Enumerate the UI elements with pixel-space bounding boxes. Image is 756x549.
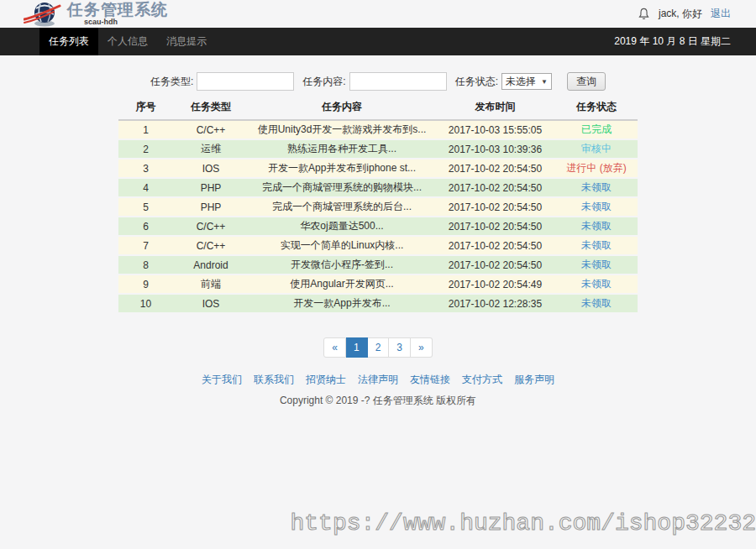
cell-content: 熟练运用各种开发工具...	[249, 140, 435, 159]
footer-link-legal[interactable]: 法律声明	[358, 373, 398, 387]
cell-content: 开发微信小程序-签到...	[249, 256, 435, 275]
table-row[interactable]: 3 IOS 开发一款App并发布到iphone st... 2017-10-02…	[118, 159, 638, 179]
cell-content: 开发一款App并发布到iphone st...	[249, 159, 435, 179]
footer: 关于我们 联系我们 招贤纳士 法律声明 友情链接 支付方式 服务声明 Copyr…	[0, 373, 756, 408]
cell-status: 审核中	[555, 140, 638, 159]
cell-time: 2017-10-02 20:54:50	[435, 237, 555, 256]
cell-time: 2017-10-03 15:55:05	[435, 121, 555, 140]
task-content-input[interactable]	[349, 72, 447, 91]
cell-content: 使用Unity3d开发一款游戏并发布到s...	[249, 121, 435, 140]
cell-status: 未领取	[555, 295, 638, 314]
copyright: Copyright © 2019 -? 任务管理系统 版权所有	[0, 394, 756, 408]
cell-type: IOS	[173, 159, 249, 179]
col-header-status: 任务状态	[555, 97, 638, 121]
user-area: jack, 你好 退出	[638, 7, 731, 21]
cell-type: IOS	[173, 295, 249, 314]
cell-status: 进行中 (放弃)	[555, 159, 638, 179]
table-row[interactable]: 2 运维 熟练运用各种开发工具... 2017-10-03 10:39:36 审…	[118, 140, 638, 159]
cell-status: 未领取	[555, 275, 638, 295]
cell-time: 2017-10-02 20:54:50	[435, 179, 555, 198]
cell-time: 2017-10-03 10:39:36	[435, 140, 555, 159]
cell-index: 6	[118, 217, 173, 237]
table-row[interactable]: 1 C/C++ 使用Unity3d开发一款游戏并发布到s... 2017-10-…	[118, 121, 638, 140]
cell-type: 运维	[173, 140, 249, 159]
page-3[interactable]: 3	[389, 337, 411, 358]
col-header-type: 任务类型	[173, 97, 249, 121]
page-1[interactable]: 1	[346, 337, 368, 358]
main-navbar: 任务列表 个人信息 消息提示 2019 年 10 月 8 日 星期二	[0, 28, 756, 55]
cell-type: Android	[173, 256, 249, 275]
cell-index: 4	[118, 179, 173, 198]
task-type-label: 任务类型:	[150, 75, 193, 89]
footer-link-service[interactable]: 服务声明	[514, 373, 554, 387]
cell-type: 前端	[173, 275, 249, 295]
cell-status: 未领取	[555, 179, 638, 198]
cell-status: 未领取	[555, 256, 638, 275]
table-row[interactable]: 7 C/C++ 实现一个简单的Linux内核... 2017-10-02 20:…	[118, 237, 638, 256]
table-row[interactable]: 6 C/C++ 华农oj题量达500... 2017-10-02 20:54:5…	[118, 217, 638, 237]
search-form: 任务类型: 任务内容: 任务状态: 未选择 ▼ 查询	[0, 72, 756, 91]
cell-content: 开发一款App并发布...	[249, 295, 435, 314]
query-button[interactable]: 查询	[567, 72, 606, 91]
logo-text: 任务管理系统 scau-hdh	[67, 2, 168, 26]
cell-index: 5	[118, 198, 173, 217]
footer-link-contact[interactable]: 联系我们	[254, 373, 294, 387]
table-row[interactable]: 8 Android 开发微信小程序-签到... 2017-10-02 20:54…	[118, 256, 638, 275]
cell-content: 华农oj题量达500...	[249, 217, 435, 237]
app-subtitle: scau-hdh	[67, 18, 168, 26]
cell-time: 2017-10-02 12:28:35	[435, 295, 555, 314]
table-row[interactable]: 10 IOS 开发一款App并发布... 2017-10-02 12:28:35…	[118, 295, 638, 314]
table-row[interactable]: 4 PHP 完成一个商城管理系统的购物模块... 2017-10-02 20:5…	[118, 179, 638, 198]
footer-link-recruit[interactable]: 招贤纳士	[306, 373, 346, 387]
cell-content: 实现一个简单的Linux内核...	[249, 237, 435, 256]
task-type-input[interactable]	[197, 72, 294, 91]
logout-link[interactable]: 退出	[711, 7, 731, 21]
footer-link-payment[interactable]: 支付方式	[462, 373, 502, 387]
page-next[interactable]: »	[411, 337, 433, 358]
cell-content: 完成一个商城管理系统的购物模块...	[249, 179, 435, 198]
cell-time: 2017-10-02 20:54:50	[435, 256, 555, 275]
cell-time: 2017-10-02 20:54:50	[435, 198, 555, 217]
cell-index: 7	[118, 237, 173, 256]
cell-index: 1	[118, 121, 173, 140]
select-caret-icon: ▼	[541, 78, 548, 86]
task-content-label: 任务内容:	[302, 75, 345, 89]
nav-tab-messages[interactable]: 消息提示	[157, 28, 216, 55]
nav-tab-profile[interactable]: 个人信息	[98, 28, 157, 55]
cell-time: 2017-10-02 20:54:50	[435, 217, 555, 237]
top-header: 任务管理系统 scau-hdh jack, 你好 退出	[0, 0, 756, 28]
cell-content: 完成一个商城管理系统的后台...	[249, 198, 435, 217]
cell-type: C/C++	[173, 217, 249, 237]
footer-link-friends[interactable]: 友情链接	[410, 373, 450, 387]
page-2[interactable]: 2	[368, 337, 390, 358]
cell-time: 2017-10-02 20:54:49	[435, 275, 555, 295]
user-greeting: jack, 你好	[659, 7, 702, 21]
pagination: « 1 2 3 »	[0, 337, 756, 358]
cell-index: 9	[118, 275, 173, 295]
task-status-select[interactable]: 未选择 ▼	[501, 73, 552, 90]
table-row[interactable]: 5 PHP 完成一个商城管理系统的后台... 2017-10-02 20:54:…	[118, 198, 638, 217]
navbar-date: 2019 年 10 月 8 日 星期二	[614, 28, 731, 55]
col-header-time: 发布时间	[435, 97, 555, 121]
cell-type: PHP	[173, 179, 249, 198]
watermark-text: https://www.huzhan.com/ishop32232	[291, 510, 756, 536]
table-row[interactable]: 9 前端 使用Angular开发网页... 2017-10-02 20:54:4…	[118, 275, 638, 295]
cell-status: 未领取	[555, 237, 638, 256]
bell-icon[interactable]	[638, 7, 650, 21]
task-table: 序号 任务类型 任务内容 发布时间 任务状态 1 C/C++ 使用Unity3d…	[118, 97, 638, 314]
logo: 任务管理系统 scau-hdh	[24, 1, 168, 28]
cell-index: 2	[118, 140, 173, 159]
cell-content: 使用Angular开发网页...	[249, 275, 435, 295]
cell-status: 已完成	[555, 121, 638, 140]
cell-status: 未领取	[555, 217, 638, 237]
cell-type: PHP	[173, 198, 249, 217]
footer-link-about[interactable]: 关于我们	[202, 373, 242, 387]
task-status-selected-value: 未选择	[506, 75, 536, 89]
cell-type: C/C++	[173, 237, 249, 256]
globe-logo-icon	[24, 1, 64, 28]
nav-tab-task-list[interactable]: 任务列表	[39, 28, 98, 55]
col-header-content: 任务内容	[249, 97, 435, 121]
page-prev[interactable]: «	[323, 337, 346, 358]
task-status-label: 任务状态:	[455, 75, 498, 89]
col-header-index: 序号	[118, 97, 173, 121]
